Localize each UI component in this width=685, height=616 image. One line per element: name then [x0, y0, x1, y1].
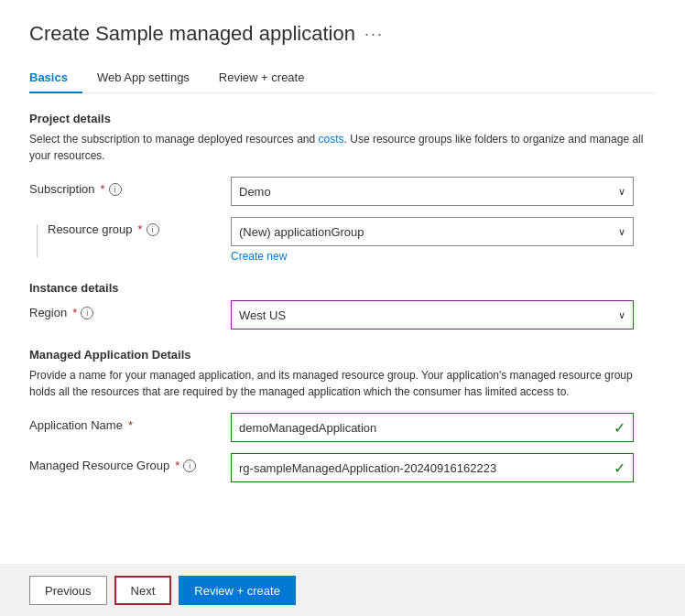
resource-group-label: Resource group * i: [44, 217, 245, 236]
indent-connector: [29, 217, 44, 257]
tab-review-create[interactable]: Review + create: [219, 63, 320, 93]
application-name-valid-icon: ✓: [614, 419, 625, 437]
tab-bar: Basics Web App settings Review + create: [29, 62, 656, 93]
costs-link[interactable]: costs: [319, 133, 344, 146]
subscription-row: Subscription * i Demo ∨: [29, 177, 656, 206]
region-select[interactable]: West US ∨: [231, 300, 634, 330]
resource-group-row: Resource group * i (New) applicationGrou…: [29, 217, 656, 263]
section-project-details: Project details: [29, 112, 656, 125]
resource-group-arrow-icon: ∨: [618, 226, 625, 238]
section-managed-app-details: Managed Application Details: [29, 348, 656, 362]
managed-resource-group-value: rg-sampleManagedApplication-202409161622…: [239, 461, 496, 475]
create-new-link[interactable]: Create new: [231, 250, 287, 263]
page-title-text: Create Sample managed application: [29, 22, 355, 46]
region-row: Region * i West US ∨: [29, 300, 656, 330]
resource-group-required: *: [138, 222, 143, 236]
managed-resource-group-valid-icon: ✓: [614, 459, 625, 477]
subscription-select[interactable]: Demo ∨: [231, 177, 634, 206]
managed-resource-group-info-icon[interactable]: i: [183, 459, 196, 472]
application-name-value: demoManagedApplication: [239, 421, 376, 435]
application-name-control-wrapper: demoManagedApplication ✓: [231, 413, 656, 442]
application-name-label: Application Name *: [29, 413, 231, 432]
application-name-row: Application Name * demoManagedApplicatio…: [29, 413, 656, 442]
subscription-value: Demo: [239, 185, 271, 199]
managed-resource-group-input[interactable]: rg-sampleManagedApplication-202409161622…: [231, 453, 634, 482]
region-info-icon[interactable]: i: [81, 307, 93, 319]
next-button[interactable]: Next: [114, 576, 172, 605]
resource-group-value: (New) applicationGroup: [239, 225, 364, 239]
managed-resource-group-required: *: [175, 459, 179, 472]
project-details-desc: Select the subscription to manage deploy…: [29, 131, 656, 164]
managed-resource-group-row: Managed Resource Group * i rg-sampleMana…: [29, 453, 656, 482]
section-instance-details: Instance details: [29, 281, 656, 295]
application-name-input[interactable]: demoManagedApplication ✓: [231, 413, 634, 442]
previous-button[interactable]: Previous: [29, 576, 107, 605]
managed-app-details-desc: Provide a name for your managed applicat…: [29, 367, 656, 400]
footer: Previous Next Review + create: [0, 564, 685, 616]
tab-basics[interactable]: Basics: [29, 63, 82, 93]
tab-webapp-settings[interactable]: Web App settings: [97, 63, 204, 93]
resource-group-select[interactable]: (New) applicationGroup ∨: [231, 217, 634, 246]
region-arrow-icon: ∨: [618, 309, 625, 321]
resource-group-info-icon[interactable]: i: [147, 223, 159, 236]
managed-resource-group-label: Managed Resource Group * i: [29, 453, 231, 472]
region-value: West US: [239, 308, 286, 322]
region-label: Region * i: [29, 300, 231, 319]
application-name-required: *: [128, 418, 133, 432]
resource-group-control-wrapper: (New) applicationGroup ∨ Create new: [231, 217, 656, 263]
subscription-label: Subscription * i: [29, 177, 231, 196]
subscription-control-wrapper: Demo ∨: [231, 177, 656, 206]
page-title-ellipsis[interactable]: ···: [364, 25, 384, 44]
review-create-button[interactable]: Review + create: [179, 576, 296, 605]
subscription-arrow-icon: ∨: [618, 186, 625, 198]
managed-resource-group-control-wrapper: rg-sampleManagedApplication-202409161622…: [231, 453, 656, 482]
subscription-info-icon[interactable]: i: [109, 183, 122, 196]
page-title: Create Sample managed application ···: [29, 22, 656, 46]
subscription-required: *: [101, 182, 105, 196]
region-required: *: [72, 306, 77, 319]
region-control-wrapper: West US ∨: [231, 300, 656, 330]
